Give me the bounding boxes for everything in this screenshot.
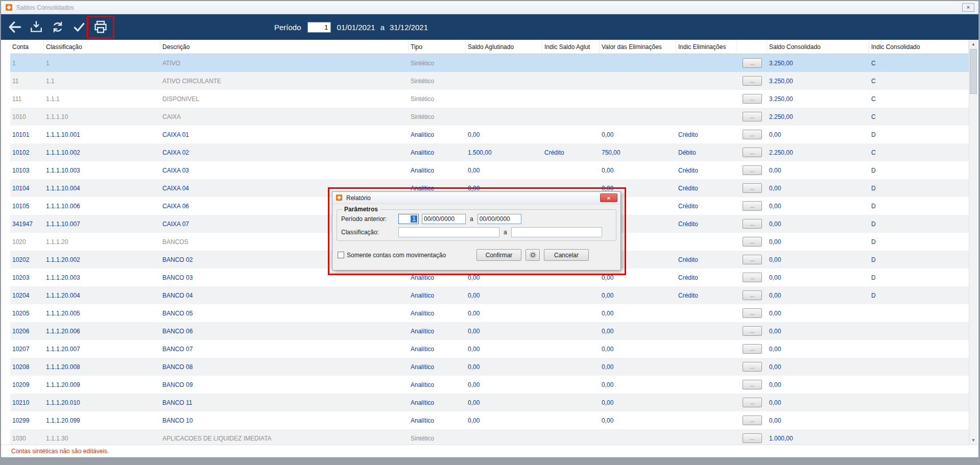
table-row[interactable]: 102081.1.1.20.008BANCO 08Analítico0,000,… bbox=[10, 358, 969, 376]
period-input[interactable] bbox=[307, 22, 331, 33]
table-row[interactable]: 10301.1.1.30APLICACOES DE LIQUIDEZ IMEDI… bbox=[10, 429, 969, 445]
table-row[interactable]: 102101.1.1.20.010BANCO 11Analítico0,000,… bbox=[10, 394, 969, 411]
cell-valor_eliminacoes: 750,00 bbox=[600, 149, 676, 156]
row-detail-button[interactable]: ... bbox=[743, 76, 762, 86]
cell-indic_saldo_aglut: Crédito bbox=[542, 149, 600, 156]
cell-indic_consolidado: D bbox=[869, 256, 969, 263]
previous-period-input[interactable]: 1 bbox=[398, 214, 419, 224]
row-detail-button[interactable]: ... bbox=[743, 290, 762, 300]
date-to-input[interactable] bbox=[477, 214, 521, 224]
cell-valor_eliminacoes: 0,00 bbox=[600, 167, 676, 174]
classification-from-input[interactable] bbox=[398, 227, 499, 237]
row-detail-button[interactable]: ... bbox=[743, 433, 762, 443]
table-row[interactable]: 11ATIVOSintético...3.250,00C bbox=[10, 54, 969, 72]
column-header-indic_saldo_aglut[interactable]: Indic Saldo Aglut bbox=[542, 40, 600, 54]
cell-indic_eliminacoes: Crédito bbox=[676, 274, 736, 281]
cell-valor_eliminacoes: 0,00 bbox=[600, 310, 676, 317]
cell-acoes: ... bbox=[736, 165, 767, 175]
cell-classificacao: 1.1.1.20.008 bbox=[44, 363, 160, 371]
row-detail-button[interactable]: ... bbox=[743, 255, 762, 264]
movement-only-checkbox[interactable] bbox=[338, 252, 344, 258]
table-row[interactable]: 102031.1.1.20.003BANCO 03Analítico0,000,… bbox=[10, 268, 969, 286]
cell-classificacao: 1.1.1.20.099 bbox=[44, 417, 160, 424]
table-row[interactable]: 101011.1.1.10.001CAIXA 01Analítico0,000,… bbox=[10, 126, 969, 143]
table-row[interactable]: 111.1ATIVO CIRCULANTESintético...3.250,0… bbox=[10, 72, 969, 90]
row-detail-button[interactable]: ... bbox=[743, 380, 762, 389]
table-row[interactable]: 101031.1.1.10.003CAIXA 03Analítico0,000,… bbox=[10, 161, 969, 179]
settings-button[interactable] bbox=[525, 249, 540, 261]
cell-saldo_consolidado: 3.250,00 bbox=[767, 95, 869, 103]
scrollbar-thumb[interactable] bbox=[970, 49, 977, 94]
column-header-saldo_aglutinado[interactable]: Saldo Aglutinado bbox=[466, 40, 542, 54]
table-row[interactable]: 102041.1.1.20.004BANCO 04Analítico0,000,… bbox=[10, 286, 969, 304]
row-detail-button[interactable]: ... bbox=[743, 344, 762, 354]
row-detail-button[interactable]: ... bbox=[743, 326, 762, 336]
table-row[interactable]: 102091.1.1.20.009BANCO 09Analítico0,000,… bbox=[10, 376, 969, 394]
row-detail-button[interactable]: ... bbox=[743, 148, 762, 157]
column-header-descricao[interactable]: Descrição bbox=[160, 40, 409, 54]
row-detail-button[interactable]: ... bbox=[743, 362, 762, 372]
dialog-title: Relatório bbox=[346, 194, 371, 202]
vertical-scrollbar[interactable]: ▲ ▼ bbox=[969, 40, 977, 445]
row-detail-button[interactable]: ... bbox=[743, 165, 762, 175]
table-row[interactable]: 101021.1.1.10.002CAIXA 02Analítico1.500,… bbox=[10, 143, 969, 161]
window-close-button[interactable]: × bbox=[962, 3, 974, 12]
row-detail-button[interactable]: ... bbox=[743, 237, 762, 247]
column-header-indic_eliminacoes[interactable]: Indic Eliminações bbox=[676, 40, 736, 54]
cell-acoes: ... bbox=[736, 148, 767, 157]
row-detail-button[interactable]: ... bbox=[743, 58, 762, 68]
row-detail-button[interactable]: ... bbox=[743, 112, 762, 121]
row-detail-button[interactable]: ... bbox=[743, 94, 762, 104]
cell-saldo_consolidado: 0,00 bbox=[767, 381, 869, 388]
table-row[interactable]: 10101.1.1.10CAIXASintético...2.250,00C bbox=[10, 108, 969, 126]
column-header-tipo[interactable]: Tipo bbox=[409, 40, 466, 54]
column-header-acoes[interactable] bbox=[736, 40, 767, 54]
column-header-saldo_consolidado[interactable]: Saldo Consolidado bbox=[767, 40, 869, 54]
column-header-indic_consolidado[interactable]: Indic Consolidado bbox=[869, 40, 969, 54]
table-row[interactable]: 102061.1.1.20.006BANCO 06Analítico0,000,… bbox=[10, 322, 969, 340]
cell-indic_consolidado: D bbox=[869, 221, 969, 228]
row-detail-button[interactable]: ... bbox=[743, 398, 762, 407]
print-button[interactable] bbox=[92, 17, 109, 37]
import-button[interactable] bbox=[28, 17, 45, 37]
cell-conta: 10209 bbox=[10, 381, 44, 388]
gear-icon bbox=[529, 251, 537, 259]
scroll-down-icon[interactable]: ▼ bbox=[969, 436, 977, 445]
column-header-classificacao[interactable]: Classificação bbox=[44, 40, 160, 54]
table-row[interactable]: 102071.1.1.20.007BANCO 07Analítico0,000,… bbox=[10, 340, 969, 358]
table-row[interactable]: 102991.1.1.20.099BANCO 10Analítico0,000,… bbox=[10, 411, 969, 429]
statusbar: Contas sintéticas não são editáveis. bbox=[1, 445, 978, 457]
row-detail-button[interactable]: ... bbox=[743, 183, 762, 193]
cell-conta: 10205 bbox=[10, 310, 44, 317]
classification-to-input[interactable] bbox=[511, 227, 602, 237]
cancel-button[interactable]: Cancelar bbox=[544, 249, 589, 261]
refresh-button[interactable] bbox=[49, 17, 66, 37]
cell-tipo: Sintético bbox=[409, 95, 466, 103]
cell-saldo_aglutinado: 0,00 bbox=[466, 346, 542, 353]
table-row[interactable]: 1111.1.1DISPONIVELSintético...3.250,00C bbox=[10, 90, 969, 108]
row-detail-button[interactable]: ... bbox=[743, 201, 762, 211]
row-detail-button[interactable]: ... bbox=[743, 308, 762, 318]
column-header-valor_eliminacoes[interactable]: Valor das Eliminações bbox=[600, 40, 676, 54]
date-from-input[interactable] bbox=[422, 214, 466, 224]
confirm-button[interactable]: Confirmar bbox=[476, 249, 521, 261]
row-detail-button[interactable]: ... bbox=[743, 415, 762, 425]
cell-saldo_consolidado: 2.250,00 bbox=[767, 113, 869, 120]
cell-conta: 10207 bbox=[10, 346, 44, 353]
back-button[interactable] bbox=[6, 17, 23, 37]
confirm-button-toolbar[interactable] bbox=[70, 17, 88, 37]
cell-acoes: ... bbox=[736, 112, 767, 121]
scroll-up-icon[interactable]: ▲ bbox=[969, 40, 977, 48]
cell-indic_consolidado: D bbox=[869, 274, 969, 281]
cell-acoes: ... bbox=[736, 433, 767, 443]
row-detail-button[interactable]: ... bbox=[743, 130, 762, 139]
dialog-close-button[interactable]: × bbox=[600, 193, 617, 202]
cell-descricao: BANCO 07 bbox=[160, 346, 409, 353]
cell-tipo: Sintético bbox=[409, 60, 466, 67]
column-header-conta[interactable]: Conta bbox=[10, 40, 44, 54]
cell-tipo: Analítico bbox=[409, 167, 466, 174]
cell-conta: 10210 bbox=[10, 399, 44, 406]
row-detail-button[interactable]: ... bbox=[743, 219, 762, 229]
table-row[interactable]: 102051.1.1.20.005BANCO 05Analítico0,000,… bbox=[10, 304, 969, 322]
row-detail-button[interactable]: ... bbox=[743, 273, 762, 282]
